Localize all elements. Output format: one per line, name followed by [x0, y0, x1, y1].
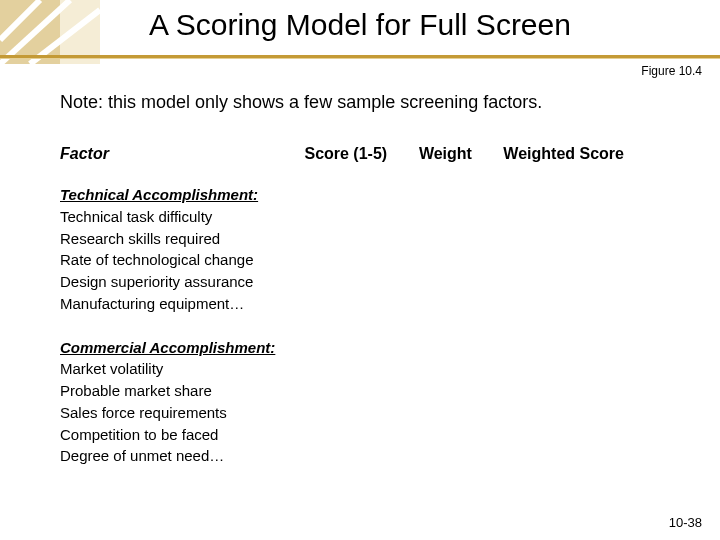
list-item: Technical task difficulty: [60, 206, 360, 228]
list-item: Market volatility: [60, 358, 360, 380]
list-item: Degree of unmet need…: [60, 445, 360, 467]
header-weighted-score: Weighted Score: [503, 145, 624, 163]
list-item: Research skills required: [60, 228, 360, 250]
figure-reference: Figure 10.4: [641, 64, 702, 78]
note-text: Note: this model only shows a few sample…: [60, 92, 680, 113]
factors-column: Technical Accomplishment: Technical task…: [60, 180, 360, 467]
list-item: Sales force requirements: [60, 402, 360, 424]
group-heading-technical: Technical Accomplishment:: [60, 184, 360, 206]
title-underline-shadow: [0, 58, 720, 59]
group-heading-commercial: Commercial Accomplishment:: [60, 337, 360, 359]
slide-title: A Scoring Model for Full Screen: [0, 8, 720, 42]
list-item: Manufacturing equipment…: [60, 293, 360, 315]
header-score: Score (1-5): [304, 145, 414, 163]
list-item: Rate of technological change: [60, 249, 360, 271]
header-weight: Weight: [419, 145, 499, 163]
page-number: 10-38: [669, 515, 702, 530]
column-headers: Factor Score (1-5) Weight Weighted Score: [60, 145, 680, 163]
header-factor: Factor: [60, 145, 300, 163]
list-item: Design superiority assurance: [60, 271, 360, 293]
list-item: Probable market share: [60, 380, 360, 402]
list-item: Competition to be faced: [60, 424, 360, 446]
